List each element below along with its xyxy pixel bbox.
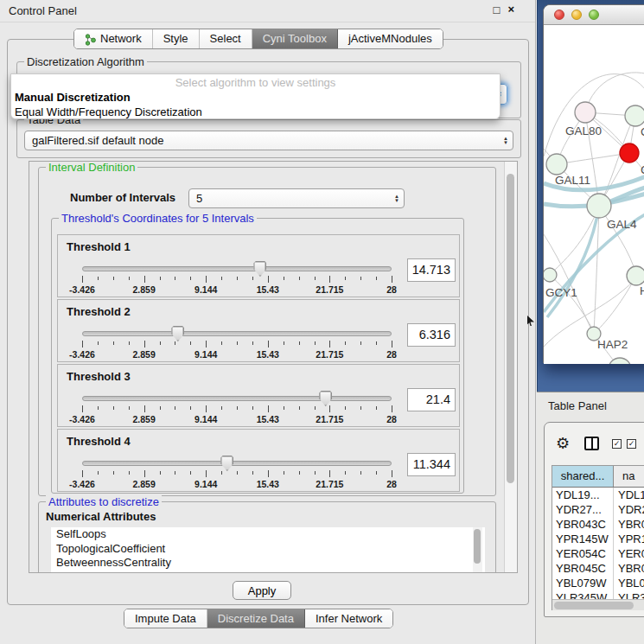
tick bbox=[315, 277, 316, 280]
table-row[interactable]: YLR345WYLR3 bbox=[552, 590, 644, 599]
network-node[interactable] bbox=[587, 194, 611, 218]
attribute-item[interactable]: TopologicalCoefficient bbox=[51, 542, 485, 557]
table-row[interactable]: YDL19...YDL1 bbox=[552, 488, 644, 502]
tab-discretize-data[interactable]: Discretize Data bbox=[207, 609, 305, 628]
tick bbox=[160, 277, 161, 280]
threshold-1-value[interactable]: 14.713 bbox=[407, 258, 456, 282]
table-cell[interactable]: YPR1 bbox=[614, 532, 644, 546]
threshold-2-ticks bbox=[82, 341, 392, 348]
threshold-2-value[interactable]: 6.316 bbox=[407, 323, 456, 347]
network-canvas-svg[interactable]: GAL80GGAL11CGAL4GCY1HHAP2 bbox=[544, 25, 644, 364]
threshold-4-slider[interactable] bbox=[82, 461, 392, 466]
network-window-titlebar[interactable] bbox=[544, 5, 644, 25]
checkbox-icon-1[interactable]: ✓ bbox=[612, 439, 622, 449]
split-pane-icon[interactable] bbox=[584, 437, 599, 450]
float-window-icon[interactable]: □ bbox=[494, 3, 501, 17]
table-cell[interactable]: YDL1 bbox=[614, 488, 644, 502]
table-cell[interactable]: YDR2 bbox=[614, 502, 644, 517]
table-cell[interactable]: YBR045C bbox=[552, 561, 614, 576]
table-cell[interactable]: YBR0 bbox=[614, 561, 644, 576]
threshold-2-panel: Threshold 2 -3.4262.8599.14415.4321.7152… bbox=[57, 299, 460, 362]
window-close-button[interactable] bbox=[554, 10, 564, 20]
threshold-1-slider-thumb[interactable] bbox=[253, 261, 266, 277]
tick bbox=[113, 277, 114, 280]
gear-icon[interactable]: ⚙ bbox=[556, 435, 570, 452]
table-cell[interactable]: YER054C bbox=[552, 546, 614, 561]
tab-infer-network[interactable]: Infer Network bbox=[305, 609, 392, 628]
table-row[interactable]: YDR27...YDR2 bbox=[552, 502, 644, 517]
tab-jactivemnodules[interactable]: jActiveMNodules bbox=[338, 29, 443, 48]
table-data-select[interactable]: galFiltered.sif default node ▲▼ bbox=[24, 131, 513, 150]
table-cell[interactable]: YBR0 bbox=[614, 517, 644, 532]
table-cell[interactable]: YBR043C bbox=[552, 517, 614, 532]
network-node[interactable] bbox=[620, 143, 639, 163]
algorithm-dropdown-popup: Select algorithm to view settings Manual… bbox=[10, 73, 501, 119]
threshold-4-value[interactable]: 11.344 bbox=[407, 453, 456, 476]
network-node[interactable] bbox=[544, 268, 557, 282]
tick-label: 21.715 bbox=[316, 479, 343, 489]
interval-definition-group: Interval Definition Number of Intervals … bbox=[38, 167, 496, 496]
tick bbox=[360, 406, 361, 410]
settings-scrollbar-thumb[interactable] bbox=[507, 174, 514, 483]
table-row[interactable]: YBL079WYBL0 bbox=[552, 576, 644, 590]
threshold-3-slider-thumb[interactable] bbox=[319, 391, 332, 406]
attribute-item[interactable]: SelfLoops bbox=[51, 527, 485, 542]
network-window[interactable]: GAL80GGAL11CGAL4GCY1HHAP2 bbox=[543, 4, 644, 363]
dropdown-option-manual-discretization[interactable]: Manual Discretization bbox=[11, 90, 500, 105]
attributes-scrollbar-thumb[interactable] bbox=[474, 529, 481, 564]
tick bbox=[82, 470, 83, 477]
attribute-item[interactable]: BetweennessCentrality bbox=[51, 556, 485, 571]
table-row[interactable]: YBR045CYBR0 bbox=[552, 561, 644, 576]
tab-network[interactable]: Network bbox=[74, 29, 153, 48]
tick-label: 9.144 bbox=[194, 414, 217, 424]
table-row[interactable]: YER054CYER0 bbox=[552, 546, 644, 561]
network-node[interactable] bbox=[575, 102, 596, 123]
table-cell[interactable]: YBL0 bbox=[614, 576, 644, 590]
node-label: GAL4 bbox=[607, 218, 637, 231]
table-row[interactable]: YBR043CYBR0 bbox=[552, 517, 644, 532]
numerical-attributes-list[interactable]: SelfLoopsTopologicalCoefficientBetweenne… bbox=[51, 527, 485, 573]
number-of-intervals-select[interactable]: 5 ▲▼ bbox=[188, 188, 405, 208]
table-row[interactable]: YPR145WYPR1 bbox=[552, 532, 644, 546]
table-cell[interactable]: YLR3 bbox=[614, 590, 644, 599]
attributes-list-scrollbar[interactable] bbox=[473, 527, 482, 573]
tick bbox=[237, 471, 238, 475]
table-cell[interactable]: YPR145W bbox=[552, 532, 614, 546]
tick bbox=[144, 276, 145, 283]
column-header-name[interactable]: na bbox=[614, 466, 644, 487]
settings-vertical-scrollbar[interactable] bbox=[504, 162, 517, 572]
tick bbox=[82, 341, 83, 348]
window-minimize-button[interactable] bbox=[571, 10, 582, 20]
checkbox-icon-2[interactable]: ✓ bbox=[627, 439, 636, 449]
table-cell[interactable]: YBL079W bbox=[552, 576, 614, 590]
dropdown-option-equal-width-frequency[interactable]: Equal Width/Frequency Discretization bbox=[11, 105, 500, 119]
network-node[interactable] bbox=[627, 266, 644, 285]
tick-label: 28 bbox=[386, 479, 397, 489]
apply-button[interactable]: Apply bbox=[233, 581, 291, 600]
threshold-3-value[interactable]: 21.4 bbox=[407, 388, 456, 411]
table-cell[interactable]: YLR345W bbox=[552, 590, 614, 599]
close-icon[interactable]: × bbox=[507, 3, 514, 17]
threshold-4-tick-labels: -3.4262.8599.14415.4321.71528 bbox=[82, 479, 392, 489]
tab-style[interactable]: Style bbox=[153, 29, 200, 48]
tab-impute-data[interactable]: Impute Data bbox=[124, 609, 207, 628]
table-cell[interactable]: YDL19... bbox=[552, 488, 614, 502]
stepper-arrows-icon: ▲▼ bbox=[499, 137, 513, 145]
window-zoom-button[interactable] bbox=[589, 10, 599, 20]
threshold-1-slider[interactable] bbox=[82, 266, 392, 271]
tick bbox=[284, 406, 284, 410]
threshold-3-ticks bbox=[82, 405, 392, 413]
tab-select[interactable]: Select bbox=[200, 29, 252, 48]
network-node[interactable] bbox=[625, 105, 644, 126]
column-header-shared-name[interactable]: shared... bbox=[552, 466, 614, 487]
threshold-2-slider[interactable] bbox=[82, 331, 392, 336]
tab-cyni-toolbox[interactable]: Cyni Toolbox bbox=[252, 29, 338, 48]
table-scrollbar-thumb[interactable] bbox=[554, 602, 634, 609]
table-horizontal-scrollbar[interactable] bbox=[552, 599, 644, 610]
table-cell[interactable]: YDR27... bbox=[552, 502, 614, 517]
network-node[interactable] bbox=[546, 154, 567, 175]
threshold-4-slider-thumb[interactable] bbox=[220, 456, 233, 471]
threshold-2-slider-thumb[interactable] bbox=[171, 326, 184, 341]
threshold-3-slider[interactable] bbox=[82, 396, 392, 401]
table-cell[interactable]: YER0 bbox=[614, 546, 644, 561]
